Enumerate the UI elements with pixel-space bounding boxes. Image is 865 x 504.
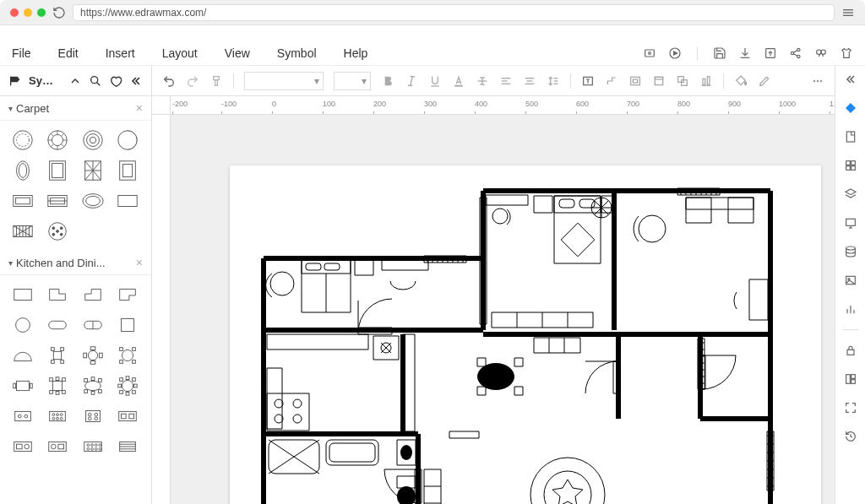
font-select[interactable]: ▾ [244,72,324,90]
url-bar[interactable]: https://www.edrawmax.com/ [73,4,835,21]
hamburger-icon[interactable] [841,6,855,19]
database-icon[interactable] [842,243,859,260]
shape[interactable] [8,282,37,307]
shape[interactable] [113,282,142,307]
bold-icon[interactable] [381,74,394,88]
shape[interactable] [8,373,37,398]
menu-insert[interactable]: Insert [106,46,135,60]
menu-layout[interactable]: Layout [162,46,198,60]
shape[interactable] [113,343,142,368]
minimize-window-button[interactable] [24,8,32,17]
shape[interactable] [113,158,142,183]
menu-symbol[interactable]: Symbol [277,46,317,60]
shape[interactable] [43,373,72,398]
shape[interactable] [43,158,72,183]
slideshow-icon[interactable] [842,214,859,231]
menu-file[interactable]: File [12,46,31,60]
frame-icon[interactable] [652,74,666,88]
shape[interactable] [113,434,142,459]
grid-panel-icon[interactable] [842,157,859,174]
undo-icon[interactable] [162,74,176,88]
pencil-icon[interactable] [758,74,771,88]
shape[interactable] [8,158,37,183]
shape[interactable] [43,219,72,244]
shape[interactable] [79,127,107,153]
find-icon[interactable] [814,46,828,60]
shape[interactable] [8,127,37,153]
container-icon[interactable] [628,74,642,88]
connector-icon[interactable] [605,74,618,88]
close-panel-icon[interactable]: × [136,256,143,269]
shape[interactable] [79,282,107,307]
style-panel-icon[interactable] [842,100,859,117]
shape[interactable] [79,343,107,368]
layers-icon[interactable] [842,186,859,203]
shape[interactable] [8,343,37,368]
fullscreen-icon[interactable] [842,399,859,416]
tshirt-icon[interactable] [840,46,853,60]
shape[interactable] [8,219,37,244]
shape[interactable] [113,127,142,153]
shape[interactable] [79,312,107,338]
maximize-window-button[interactable] [37,8,46,17]
shape[interactable] [43,188,72,214]
page-panel-icon[interactable] [842,128,859,145]
image-icon[interactable] [842,272,859,289]
shape[interactable] [113,373,142,398]
menu-help[interactable]: Help [344,46,368,60]
fill-icon[interactable] [734,74,748,88]
shape[interactable] [8,188,37,214]
menu-view[interactable]: View [225,46,250,60]
shape[interactable] [79,158,107,183]
line-spacing-icon[interactable] [547,74,560,88]
shape[interactable] [8,312,37,338]
redo-icon[interactable] [186,74,199,88]
size-select[interactable]: ▾ [334,72,371,90]
save-icon[interactable] [713,46,726,60]
properties-icon[interactable] [842,371,859,387]
collapse-up-icon[interactable] [68,74,82,88]
canvas[interactable] [171,115,835,504]
shape[interactable] [43,127,72,153]
shape[interactable] [8,404,37,429]
search-icon[interactable] [89,74,102,88]
download-icon[interactable] [738,46,752,60]
floorplan-page[interactable] [230,165,821,504]
lock-panel-icon[interactable] [842,342,859,359]
shape[interactable] [79,404,107,429]
panel-header-kitchen[interactable]: ▾ Kitchen and Dini... × [0,251,151,275]
font-color-icon[interactable] [452,74,465,88]
shape[interactable] [8,434,37,459]
align-objects-icon[interactable] [699,74,713,88]
close-panel-icon[interactable]: × [136,101,143,115]
align-left-icon[interactable] [499,74,513,88]
underline-icon[interactable] [428,74,442,88]
format-painter-icon[interactable] [209,74,223,88]
library-icon[interactable] [8,74,22,88]
refresh-icon[interactable] [52,6,66,19]
collapse-left-icon[interactable] [129,74,143,88]
text-box-icon[interactable] [581,74,595,88]
more-icon[interactable] [811,74,824,88]
play-icon[interactable] [668,46,682,60]
screenshot-icon[interactable] [643,46,656,60]
strikethrough-icon[interactable] [476,74,489,88]
shape[interactable] [113,188,142,214]
group-icon[interactable] [676,74,689,88]
panel-header-carpet[interactable]: ▾ Carpet × [0,96,151,121]
italic-icon[interactable] [405,74,418,88]
export-icon[interactable] [764,46,777,60]
chart-icon[interactable] [842,301,859,317]
shape[interactable] [43,434,72,459]
history-icon[interactable] [842,428,859,445]
shape[interactable] [113,312,142,338]
shape[interactable] [79,373,107,398]
align-center-icon[interactable] [523,74,536,88]
shape[interactable] [43,312,72,338]
shape[interactable] [43,404,72,429]
share-icon[interactable] [789,46,802,60]
close-window-button[interactable] [10,8,19,17]
shape[interactable] [43,282,72,307]
shape[interactable] [79,434,107,459]
shape[interactable] [79,188,107,214]
